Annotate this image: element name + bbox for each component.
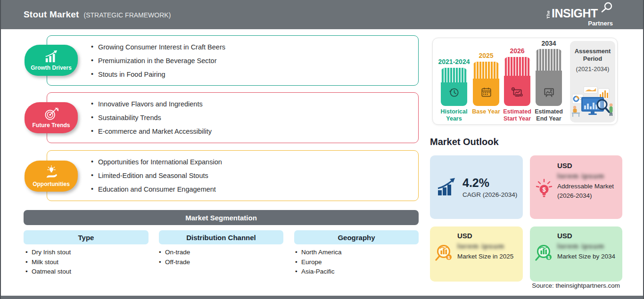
- calendar-icon: [480, 86, 492, 98]
- assessment-period-range: (2021-2034): [576, 65, 610, 73]
- cagr-value: 4.2%: [462, 176, 517, 190]
- badge-label: Opportunities: [33, 181, 70, 187]
- list-item: Education and Consumer Engagement: [91, 186, 418, 193]
- header-bar: Stout Market(STRATEGIC FRAMEWORK) The IN…: [1, 0, 643, 29]
- card-label: Market Size in 2025: [457, 252, 517, 261]
- growth-drivers-list: Growing Consumer Interest in Craft Beers…: [47, 36, 418, 85]
- svg-text:$: $: [520, 94, 522, 97]
- opportunities-list: Opportunities for International Expansio…: [47, 151, 418, 201]
- bar-chart-arrow-icon: [437, 178, 457, 197]
- analytics-illustration: [571, 86, 614, 121]
- estimated-end-year-bar: [536, 49, 562, 106]
- currency-label: USD: [557, 162, 617, 170]
- list-item: E-commerce and Market Accessibility: [91, 128, 418, 135]
- list-item: Oatmeal stout: [25, 267, 71, 277]
- list-item: Opportunities for International Expansio…: [91, 158, 418, 166]
- magnifier-chart-orange-icon: $: [434, 243, 456, 265]
- list-item: Limited-Edition and Seasonal Stouts: [91, 172, 418, 179]
- assessment-title-line2: Period: [575, 55, 611, 63]
- page-title: Stout Market: [24, 9, 79, 19]
- column-header-label: Distribution Channel: [186, 234, 256, 242]
- cagr-card: 4.2% CAGR (2026-2034): [430, 155, 523, 219]
- assessment-period-title: Assessment Period: [575, 48, 611, 63]
- assessment-timeline-panel: 2021-2024 2025 2026 2034: [432, 38, 618, 125]
- list-item: On-trade: [159, 248, 190, 258]
- base-year-bar: [473, 62, 499, 106]
- bar-stripes: [536, 49, 562, 71]
- bar-chart-rise-icon: [43, 50, 59, 63]
- future-trends-badge: Future Trends: [25, 102, 78, 133]
- estimated-start-year-bar: $: [504, 57, 530, 106]
- market-size-2025-card: $ USD lorem ipsum Market Size in 2025: [430, 226, 523, 282]
- list-item: Off-trade: [159, 258, 190, 267]
- segmentation-title: Market Segmentation: [185, 214, 257, 222]
- badge-label: Future Trends: [32, 122, 70, 129]
- card-label: Market Size by 2034: [557, 252, 617, 261]
- timeline-year: 2034: [527, 40, 570, 47]
- market-size-2034-card: $ USD lorem ipsum Market Size by 2034: [530, 226, 622, 282]
- timeline-bar-label: Estimated Start Year: [501, 108, 533, 122]
- svg-text:$: $: [547, 255, 550, 260]
- column-header-label: Type: [78, 234, 94, 242]
- historical-years-bar: [441, 68, 467, 106]
- timeline-bar-label: Estimated End Year: [533, 108, 565, 122]
- presentation-board-icon: [543, 86, 555, 98]
- list-item: Stouts in Food Pairing: [91, 71, 418, 78]
- footer-strip: [1, 296, 643, 299]
- page-subtitle: (STRATEGIC FRAMEWORK): [83, 11, 171, 19]
- redacted-value: lorem ipsum: [557, 242, 617, 250]
- segment-header-geography: Geography: [294, 230, 419, 244]
- infographic-page: Stout Market(STRATEGIC FRAMEWORK) The IN…: [0, 0, 644, 299]
- future-trends-box: Innovative Flavors and Ingredients Susta…: [47, 92, 419, 143]
- cagr-text: 4.2% CAGR (2026-2034): [462, 176, 517, 198]
- logo-partners-text: Partners: [588, 20, 613, 27]
- growth-drivers-box: Growing Consumer Interest in Craft Beers…: [47, 35, 419, 86]
- list-item: Milk stout: [25, 258, 71, 267]
- future-trends-list: Innovative Flavors and Ingredients Susta…: [47, 93, 418, 143]
- cagr-label: CAGR (2026-2034): [462, 191, 517, 198]
- assessment-title-line1: Assessment: [575, 48, 611, 55]
- target-dart-icon: [44, 107, 59, 121]
- list-item: Premiumization in the Beverage Sector: [91, 57, 418, 65]
- brand-logo: The INSIGHT Partners: [548, 4, 609, 25]
- history-clock-icon: [448, 86, 460, 98]
- bar-stripes: [441, 68, 467, 82]
- growth-drivers-badge: Growth Drivers: [25, 45, 78, 76]
- currency-label: USD: [457, 232, 517, 240]
- bar-stripes: [504, 57, 530, 76]
- segment-header-type: Type: [24, 230, 149, 244]
- market-outlook-title: Market Outlook: [430, 137, 499, 147]
- card-text: USD lorem ipsum Market Size by 2034: [557, 232, 617, 261]
- logo-insight-text: INSIGHT: [552, 7, 598, 20]
- monitor-analytics-icon: $: [511, 86, 524, 98]
- distribution-channel-list: On-trade Off-trade: [159, 248, 190, 267]
- market-segmentation-bar: Market Segmentation: [24, 210, 419, 225]
- badge-label: Growth Drivers: [31, 65, 72, 71]
- list-item: Dry Irish stout: [25, 248, 71, 258]
- timeline-bar-label: Historical Years: [438, 108, 470, 122]
- currency-label: USD: [557, 232, 617, 240]
- list-item: Innovative Flavors and Ingredients: [91, 100, 418, 108]
- lightbulb-dollar-icon: $: [534, 178, 554, 199]
- segment-header-distribution-channel: Distribution Channel: [159, 230, 283, 244]
- svg-text:$: $: [542, 186, 546, 193]
- timeline-bar-label: Base Year: [470, 108, 502, 115]
- svg-text:$: $: [447, 255, 450, 260]
- geography-list: North America Europe Asia-Pacific: [295, 248, 342, 277]
- opportunities-box: Opportunities for International Expansio…: [47, 150, 419, 201]
- opportunities-badge: Opportunities: [25, 161, 78, 192]
- list-item: Asia-Pacific: [295, 267, 342, 277]
- list-item: Growing Consumer Interest in Craft Beers: [91, 43, 418, 51]
- addressable-market-card: $ USD lorem ipsum Addressable Market (20…: [530, 155, 622, 219]
- magnifier-chart-green-icon: $: [534, 243, 556, 265]
- assessment-period-panel: Assessment Period (2021-2034): [570, 41, 615, 122]
- column-header-label: Geography: [338, 234, 375, 242]
- card-text: USD lorem ipsum Market Size in 2025: [457, 232, 517, 261]
- source-attribution: Source: theinsightpartners.com: [532, 282, 620, 289]
- card-label: Addressable Market (2026-2034): [557, 182, 617, 200]
- bar-stripes: [473, 62, 499, 79]
- timeline-bars: 2021-2024 2025 2026 2034: [439, 43, 568, 123]
- title-wrap: Stout Market(STRATEGIC FRAMEWORK): [24, 9, 171, 20]
- logo-the-text: The: [546, 10, 551, 19]
- list-item: North America: [295, 248, 342, 258]
